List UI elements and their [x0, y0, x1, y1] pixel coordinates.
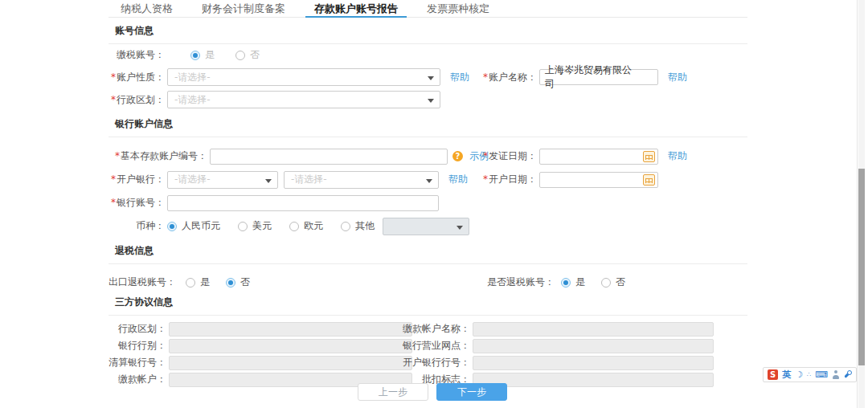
issue-date-label: *发证日期： [482, 149, 537, 163]
bank-help-link[interactable]: 帮助 [448, 173, 468, 186]
tri-bank-category-label: 银行行别： [108, 339, 166, 353]
radio-label: 是 [205, 48, 215, 62]
calendar-icon[interactable] [643, 174, 655, 186]
moon-icon[interactable]: ☽ [795, 369, 803, 380]
basic-account-no-input[interactable] [210, 149, 448, 165]
previous-step-button[interactable]: 上一步 [358, 383, 428, 401]
radio-icon [238, 222, 248, 231]
bank-account-no-input[interactable] [167, 195, 439, 211]
required-mark: * [483, 173, 488, 185]
help-question-icon[interactable]: ? [452, 151, 463, 161]
next-step-button[interactable]: 下一步 [436, 383, 507, 401]
admin-division-select[interactable]: -请选择- [167, 91, 440, 108]
tax-account-yes-option[interactable]: 是 [190, 48, 215, 62]
radio-icon [167, 222, 177, 231]
is-refund-group: 是否退税账号： 是 否 [482, 271, 646, 294]
user-icon[interactable] [832, 370, 839, 379]
radio-label: 是 [200, 275, 210, 289]
wrench-icon[interactable] [843, 370, 852, 379]
tab-financial-accounting-filing[interactable]: 财务会计制度备案 [199, 0, 288, 17]
open-date-label: *开户日期： [482, 173, 537, 186]
account-name-help-link[interactable]: 帮助 [668, 71, 687, 84]
radio-icon [601, 278, 611, 288]
sogou-logo-icon[interactable]: S [768, 369, 778, 380]
issue-date-input[interactable] [539, 149, 658, 165]
currency-other-select[interactable] [383, 218, 469, 235]
account-name-label: *账户名称： [482, 71, 537, 84]
is-refund-yes-option[interactable]: 是 [561, 275, 585, 289]
issue-date-group: *发证日期： 帮助 [482, 145, 687, 168]
chevron-down-icon [428, 76, 434, 84]
form-content: 纳税人资格 财务会计制度备案 存款账户账号报告 发票票种核定 账号信息 缴税账号… [108, 0, 747, 388]
radio-label: 欧元 [304, 219, 323, 233]
currency-row: 币种： 人民币元 美元 欧元 其他 [108, 214, 747, 238]
required-mark: * [483, 150, 488, 161]
open-date-group: *开户日期： [482, 168, 658, 191]
radio-icon [341, 222, 350, 231]
tri-batch-deduct-flag-input [473, 373, 714, 387]
select-placeholder: -请选择- [174, 71, 211, 84]
select-placeholder: -请选择- [291, 173, 327, 186]
tri-payer-account-name-input [473, 322, 714, 337]
admin-division-row: *行政区划： -请选择- [108, 88, 747, 111]
select-placeholder: -请选择- [174, 93, 211, 107]
account-nature-row: *账户性质： -请选择- 帮助 *账户名称： 上海岑兆贸易有限公司 帮助 [108, 66, 747, 88]
radio-label: 是 [575, 275, 585, 289]
currency-usd-option[interactable]: 美元 [238, 219, 272, 233]
chevron-down-icon [426, 179, 432, 186]
select-placeholder: -请选择- [174, 173, 211, 186]
radio-icon [561, 278, 571, 288]
tab-deposit-account-report[interactable]: 存款账户账号报告 [312, 0, 400, 17]
export-refund-no-option[interactable]: 否 [226, 275, 250, 289]
footer-buttons: 上一步 下一步 [358, 383, 507, 401]
bank-account-no-label: *银行账号： [108, 196, 165, 210]
radio-label: 否 [250, 48, 260, 62]
radio-icon [235, 51, 245, 60]
radio-label: 否 [240, 275, 250, 289]
radio-label: 人民币元 [182, 219, 220, 233]
section-title-bank-account-info: 银行账户信息 [108, 111, 747, 137]
tab-taxpayer-qualification[interactable]: 纳税人资格 [118, 0, 175, 17]
bank-branch-select[interactable]: -请选择- [284, 171, 439, 189]
ime-language-toggle[interactable]: 英 [782, 369, 791, 381]
basic-account-no-label: *基本存款账户编号： [108, 149, 207, 163]
account-nature-help-link[interactable]: 帮助 [450, 71, 469, 84]
required-mark: * [115, 150, 120, 161]
calendar-icon[interactable] [643, 151, 655, 162]
is-refund-label: 是否退税账号： [482, 275, 555, 289]
radio-icon [226, 278, 235, 288]
tri-payer-account-name-group: 缴款帐户名称： [390, 320, 714, 337]
radio-icon [190, 51, 200, 60]
tripartite-row-3: 清算银行号： 开户银行行号： [108, 354, 747, 371]
tri-bank-category-input [169, 339, 412, 353]
account-name-input[interactable]: 上海岑兆贸易有限公司 [539, 69, 658, 85]
keyboard-icon[interactable]: ⌨ [815, 369, 828, 380]
radio-label: 否 [616, 275, 625, 289]
radio-icon [289, 222, 299, 231]
required-mark: * [111, 71, 116, 83]
tax-account-no-option[interactable]: 否 [235, 48, 260, 62]
bank-category-select[interactable]: -请选择- [167, 171, 278, 189]
required-mark: * [111, 173, 116, 185]
tax-account-label: 缴税账号： [108, 48, 165, 62]
scrollbar-thumb[interactable] [858, 169, 865, 365]
currency-eur-option[interactable]: 欧元 [289, 219, 323, 233]
punctuation-icon[interactable]: ∴ [807, 371, 811, 378]
open-date-input[interactable] [539, 172, 658, 188]
currency-other-option[interactable]: 其他 [341, 219, 375, 233]
is-refund-no-option[interactable]: 否 [601, 275, 625, 289]
tri-bank-outlet-label: 银行营业网点： [390, 339, 470, 353]
currency-cny-option[interactable]: 人民币元 [167, 219, 220, 233]
tri-admin-division-input [169, 322, 412, 337]
issue-date-help-link[interactable]: 帮助 [668, 149, 687, 163]
tab-invoice-type-approval[interactable]: 发票票种核定 [424, 0, 492, 17]
account-nature-label: *账户性质： [108, 71, 165, 84]
export-refund-yes-option[interactable]: 是 [186, 275, 210, 289]
content-right-border [857, 0, 858, 408]
account-nature-select[interactable]: -请选择- [167, 68, 440, 86]
section-title-tax-refund-info: 退税信息 [108, 238, 747, 264]
basic-account-no-row: *基本存款账户编号： ? 示例 *发证日期： 帮助 [108, 145, 747, 168]
export-refund-row: 出口退税账号： 是 否 是否退税账号： 是 否 [108, 271, 747, 294]
tri-payer-account-label: 缴款帐户： [108, 373, 166, 386]
required-mark: * [483, 71, 488, 83]
